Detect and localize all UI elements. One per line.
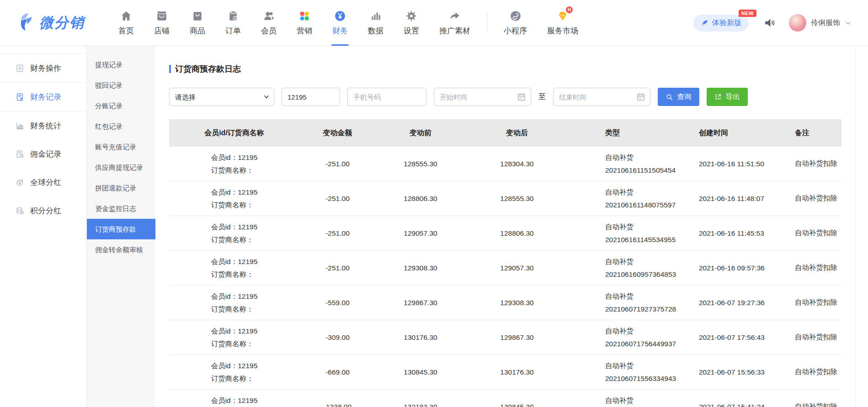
members-icon bbox=[263, 10, 275, 22]
member-block: 会员id：12195订货商名称： bbox=[211, 221, 258, 245]
sidebar-item-commission-records[interactable]: 佣金记录 bbox=[0, 140, 86, 168]
type-name-line: 自动补货 bbox=[605, 151, 685, 164]
cell-created: 2021-06-07 17:56:43 bbox=[685, 320, 784, 355]
cell-before: 132183.30 bbox=[376, 390, 465, 407]
cell-type: 自动补货202106071927375728 bbox=[569, 285, 685, 320]
home-icon bbox=[120, 10, 132, 22]
submenu-item-reject-records[interactable]: 驳回记录 bbox=[87, 75, 155, 95]
cell-amount: -251.00 bbox=[299, 181, 376, 216]
cell-amount: -669.00 bbox=[299, 355, 376, 390]
sidebar-item-points-dividend[interactable]: 积分分红 bbox=[0, 196, 86, 225]
submenu-item-withdraw-records[interactable]: 提现记录 bbox=[87, 54, 155, 75]
cell-remark: 自动补货扣除 bbox=[784, 320, 841, 355]
shop-icon bbox=[156, 10, 168, 22]
submenu-item-red-packet-records[interactable]: 红包记录 bbox=[87, 116, 155, 137]
cell-amount: -251.00 bbox=[299, 251, 376, 285]
member-id-line: 会员id：12195 bbox=[211, 359, 258, 372]
right-rail bbox=[855, 46, 868, 407]
member-name-line: 订货商名称： bbox=[211, 303, 258, 315]
submenu-item-account-recharge-records[interactable]: 账号充值记录 bbox=[87, 137, 155, 157]
speaker-icon[interactable] bbox=[763, 16, 776, 29]
finance-records-icon bbox=[16, 93, 24, 101]
nav-item-service-market[interactable]: H服务市场 bbox=[537, 0, 588, 46]
cell-remark: 自动补货扣除 bbox=[784, 251, 841, 285]
table-header-4: 类型 bbox=[569, 119, 685, 147]
cell-type: 自动补货202106160957364853 bbox=[569, 251, 685, 285]
type-block: 自动补货202106071756449937 bbox=[605, 325, 685, 349]
submenu-item-group-refund-records[interactable]: 拼团退款记录 bbox=[87, 178, 155, 198]
sidebar-item-finance-ops[interactable]: 财务操作 bbox=[0, 53, 86, 83]
member-name-line: 订货商名称： bbox=[211, 338, 258, 350]
phone-input[interactable] bbox=[347, 88, 426, 106]
nav-item-settings[interactable]: 设置 bbox=[394, 0, 429, 46]
submenu-item-supplier-prepay[interactable]: 订货商预存款 bbox=[87, 219, 155, 239]
cell-before: 128806.30 bbox=[376, 181, 465, 216]
cell-amount: -559.00 bbox=[299, 285, 376, 320]
calendar-icon[interactable] bbox=[636, 92, 645, 101]
type-block: 自动补货202106161151505454 bbox=[605, 151, 685, 176]
nav-item-marketing[interactable]: 营销 bbox=[287, 0, 322, 46]
nav-item-home[interactable]: 首页 bbox=[108, 0, 144, 46]
submenu-item-fund-monitor-log[interactable]: 资金监控日志 bbox=[87, 198, 155, 219]
cell-created: 2021-06-07 19:27:36 bbox=[685, 285, 784, 320]
nav-item-promo-materials[interactable]: 推广素材 bbox=[429, 0, 480, 46]
nav-item-members[interactable]: 会员 bbox=[251, 0, 287, 46]
try-new-version-button[interactable]: 体验新版 NEW bbox=[693, 15, 749, 32]
user-menu[interactable]: 伶俐服饰 bbox=[789, 14, 852, 32]
sidebar-item-finance-records[interactable]: 财务记录 bbox=[0, 83, 86, 111]
top-navigation: 首页店铺商品订单会员营销财务数据设置推广素材小程序H服务市场 bbox=[108, 0, 588, 46]
cell-created: 2021-06-16 11:51:50 bbox=[685, 147, 784, 181]
submenu-item-split-account-records[interactable]: 分账记录 bbox=[87, 95, 155, 116]
new-badge: NEW bbox=[739, 10, 756, 17]
sidebar-item-label: 财务统计 bbox=[30, 121, 61, 131]
cell-type: 自动补货202106071541255333 bbox=[569, 390, 685, 407]
cell-member: 会员id：12195订货商名称： bbox=[169, 285, 299, 320]
cell-created: 2021-06-16 11:48:07 bbox=[685, 181, 784, 216]
nav-item-label: 设置 bbox=[404, 26, 419, 36]
mini-program-icon bbox=[510, 10, 522, 22]
nav-item-goods[interactable]: 商品 bbox=[180, 0, 215, 46]
to-label: 至 bbox=[538, 92, 546, 102]
cell-after: 129867.30 bbox=[465, 320, 569, 355]
table-row: 会员id：12195订货商名称：-251.00129057.30128806.3… bbox=[169, 216, 841, 251]
type-select[interactable]: 请选择 bbox=[169, 88, 274, 106]
search-button[interactable]: 查询 bbox=[658, 88, 699, 106]
sidebar-item-global-dividend[interactable]: 全球分红 bbox=[0, 168, 86, 196]
export-button[interactable]: 导出 bbox=[707, 88, 748, 106]
cell-after: 129308.30 bbox=[465, 285, 569, 320]
cell-remark: 自动补货扣除 bbox=[784, 147, 841, 181]
cell-before: 129867.30 bbox=[376, 285, 465, 320]
nav-item-label: 小程序 bbox=[504, 26, 527, 36]
member-id-line: 会员id：12195 bbox=[211, 255, 258, 268]
nav-item-orders[interactable]: 订单 bbox=[215, 0, 251, 46]
cell-amount: -1338.00 bbox=[299, 390, 376, 407]
secondary-sidebar: 提现记录驳回记录分账记录红包记录账号充值记录供应商提现记录拼团退款记录资金监控日… bbox=[87, 46, 155, 407]
type-no-line: 202106071556334943 bbox=[605, 372, 685, 385]
service-market-icon: H bbox=[557, 10, 569, 22]
calendar-icon[interactable] bbox=[517, 92, 526, 101]
member-id-input[interactable] bbox=[282, 88, 340, 106]
table-row: 会员id：12195订货商名称：-251.00128555.30128304.3… bbox=[169, 147, 841, 181]
sidebar-item-finance-stats[interactable]: 财务统计 bbox=[0, 111, 86, 140]
brand-logo[interactable]: 微分销 bbox=[18, 12, 85, 33]
sidebar-item-label: 全球分红 bbox=[30, 177, 61, 188]
member-name-line: 订货商名称： bbox=[211, 233, 258, 246]
nav-item-finance[interactable]: 财务 bbox=[322, 0, 358, 46]
cell-before: 130176.30 bbox=[376, 320, 465, 355]
table-header-1: 变动金额 bbox=[299, 119, 376, 147]
cell-member: 会员id：12195订货商名称： bbox=[169, 320, 299, 355]
cell-remark: 自动补货扣除 bbox=[784, 181, 841, 216]
nav-item-data[interactable]: 数据 bbox=[358, 0, 394, 46]
nav-item-shop[interactable]: 店铺 bbox=[144, 0, 180, 46]
member-id-line: 会员id：12195 bbox=[211, 290, 258, 302]
goods-icon bbox=[192, 10, 203, 22]
cell-remark: 自动补货扣除 bbox=[784, 285, 841, 320]
cell-created: 2021-06-16 09:57:36 bbox=[685, 251, 784, 285]
member-block: 会员id：12195订货商名称： bbox=[211, 394, 258, 407]
nav-item-mini-program[interactable]: 小程序 bbox=[494, 0, 537, 46]
submenu-item-supplier-withdraw-records[interactable]: 供应商提现记录 bbox=[87, 157, 155, 178]
user-name: 伶俐服饰 bbox=[811, 18, 840, 28]
submenu-item-commission-to-balance-audit[interactable]: 佣金转余额审核 bbox=[87, 239, 155, 260]
sidebar-item-label: 财务操作 bbox=[30, 63, 61, 74]
member-id-line: 会员id：12195 bbox=[211, 151, 258, 164]
